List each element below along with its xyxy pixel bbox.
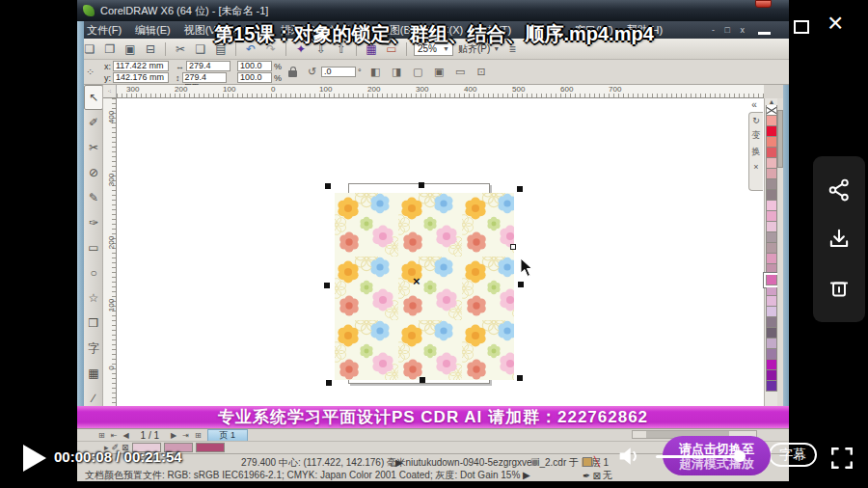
artistic-media-tool[interactable]: ✑: [84, 210, 103, 235]
play-button[interactable]: [23, 445, 46, 472]
options-dialog-icon[interactable]: ⊡: [475, 66, 489, 78]
object-width-field[interactable]: 279.4 mm: [186, 61, 231, 71]
color-swatch[interactable]: [766, 317, 777, 328]
selection-handle[interactable]: [326, 380, 332, 386]
selection-handle[interactable]: [420, 377, 425, 383]
color-swatch[interactable]: [766, 285, 777, 296]
color-swatch[interactable]: [766, 264, 777, 275]
selected-bitmap[interactable]: [335, 193, 514, 380]
volume-slider-knob[interactable]: [734, 450, 746, 462]
fullscreen-icon[interactable]: [829, 446, 854, 471]
mirror-horizontal-icon[interactable]: ◧: [368, 66, 383, 78]
mirror-vertical-icon[interactable]: ◨: [390, 66, 404, 78]
doc-info-icon[interactable]: ▣: [530, 456, 539, 467]
color-palette: ▲: [764, 98, 777, 428]
scale-y-field[interactable]: 100.0: [237, 72, 272, 83]
subtitle-button[interactable]: 字幕: [769, 443, 817, 467]
polygon-tool[interactable]: ☆: [84, 285, 103, 311]
rotation-angle-field[interactable]: .0: [321, 67, 356, 77]
property-bar: ⁘ x:117.422 mm y:142.176 mm ↔279.4 mm ↕2…: [77, 60, 789, 85]
pick-tool[interactable]: ↖: [84, 85, 103, 110]
player-close-icon[interactable]: ×: [827, 10, 843, 37]
color-swatch[interactable]: [766, 137, 777, 148]
color-swatch[interactable]: [766, 349, 777, 360]
y-position-field[interactable]: 142.176 mm: [113, 72, 169, 83]
color-swatch[interactable]: [766, 339, 777, 349]
page-tab[interactable]: 页 1: [207, 429, 249, 441]
color-swatch[interactable]: [766, 211, 777, 222]
volume-icon[interactable]: [615, 443, 642, 470]
document-color-swatch[interactable]: [196, 443, 225, 452]
color-swatch[interactable]: [766, 158, 777, 169]
selection-handle[interactable]: [517, 375, 523, 381]
ruler-origin-corner[interactable]: ⁖: [103, 85, 117, 98]
selection-handle[interactable]: [324, 283, 330, 288]
color-swatch[interactable]: [766, 275, 777, 285]
no-color-swatch[interactable]: [766, 105, 777, 116]
first-page-icon[interactable]: ⇤: [111, 431, 118, 440]
color-swatch[interactable]: [766, 232, 777, 243]
player-maximize-button[interactable]: [794, 20, 809, 34]
edit-node[interactable]: [510, 244, 516, 250]
insert-page-icon[interactable]: ⊞: [195, 431, 202, 440]
color-swatch[interactable]: [766, 243, 777, 254]
next-page-icon[interactable]: ▶: [171, 431, 176, 440]
color-swatch[interactable]: [766, 201, 777, 211]
selection-handle[interactable]: [518, 282, 524, 287]
download-icon[interactable]: [827, 227, 852, 252]
share-icon[interactable]: [827, 177, 852, 203]
drawing-canvas[interactable]: ×: [117, 98, 764, 428]
color-swatch[interactable]: [766, 307, 777, 317]
selection-handle[interactable]: [419, 182, 424, 188]
shape-tool[interactable]: ✐: [84, 110, 103, 135]
color-swatch[interactable]: [766, 179, 777, 190]
palette-scroll-up-icon[interactable]: ▲: [765, 98, 778, 105]
color-swatch[interactable]: [766, 190, 777, 201]
rectangle-tool[interactable]: ▭: [84, 235, 103, 260]
color-swatch[interactable]: [766, 296, 777, 307]
object-height-field[interactable]: 279.4 mm: [182, 72, 227, 83]
horizontal-ruler[interactable]: 3002001000100200300400500600700: [117, 85, 764, 98]
object-position-icon[interactable]: ▣: [432, 66, 447, 78]
color-swatch[interactable]: [766, 254, 777, 264]
docker-close-icon[interactable]: ×: [753, 162, 758, 172]
color-swatch[interactable]: [766, 370, 777, 381]
crop-tool[interactable]: ✂: [84, 135, 103, 160]
color-swatch[interactable]: [766, 116, 777, 126]
docker-tab-char: 变: [752, 129, 761, 142]
convert-icon[interactable]: ▭: [453, 66, 468, 78]
trash-icon[interactable]: [827, 276, 852, 301]
color-swatch[interactable]: [766, 148, 777, 158]
lock-ratio-icon[interactable]: [288, 67, 298, 77]
basic-shapes-tool[interactable]: ❒: [84, 311, 103, 336]
color-swatch[interactable]: [766, 169, 777, 179]
rotate-docker-icon: ↻: [752, 116, 760, 125]
last-page-icon[interactable]: ⇥: [182, 431, 189, 440]
selection-handle[interactable]: [517, 186, 523, 192]
scrollbar-thumb[interactable]: [777, 110, 783, 168]
player-minimize-button[interactable]: [758, 32, 771, 35]
prev-page-icon[interactable]: ◀: [122, 431, 128, 440]
table-tool[interactable]: ▦: [84, 361, 103, 386]
object-position-grid-icon: ⁘: [83, 66, 97, 78]
color-swatch[interactable]: [766, 360, 777, 370]
scale-x-field[interactable]: 100.0: [237, 61, 272, 71]
ellipse-tool[interactable]: ○: [84, 260, 103, 285]
color-swatch[interactable]: [766, 381, 777, 392]
transform-docker-tab[interactable]: ↻ 变 换 ×: [748, 112, 763, 191]
wrap-text-icon[interactable]: ▢: [411, 66, 425, 78]
color-swatch[interactable]: [766, 328, 777, 339]
window-close-button[interactable]: [755, 0, 772, 8]
volume-slider[interactable]: [656, 455, 741, 458]
add-page-icon[interactable]: ⊞: [98, 431, 105, 440]
color-swatch[interactable]: [766, 126, 777, 137]
selection-handle[interactable]: [325, 183, 331, 189]
zoom-tool[interactable]: ⊘: [84, 160, 103, 185]
freehand-tool[interactable]: ✎: [84, 185, 103, 210]
docker-collapse-button[interactable]: «: [746, 99, 762, 111]
color-swatch[interactable]: [766, 222, 777, 232]
x-position-field[interactable]: 117.422 mm: [113, 61, 169, 71]
vertical-scrollbar[interactable]: [777, 98, 783, 428]
vertical-ruler[interactable]: 4003002001000: [103, 98, 117, 428]
text-tool[interactable]: 字: [84, 336, 103, 361]
